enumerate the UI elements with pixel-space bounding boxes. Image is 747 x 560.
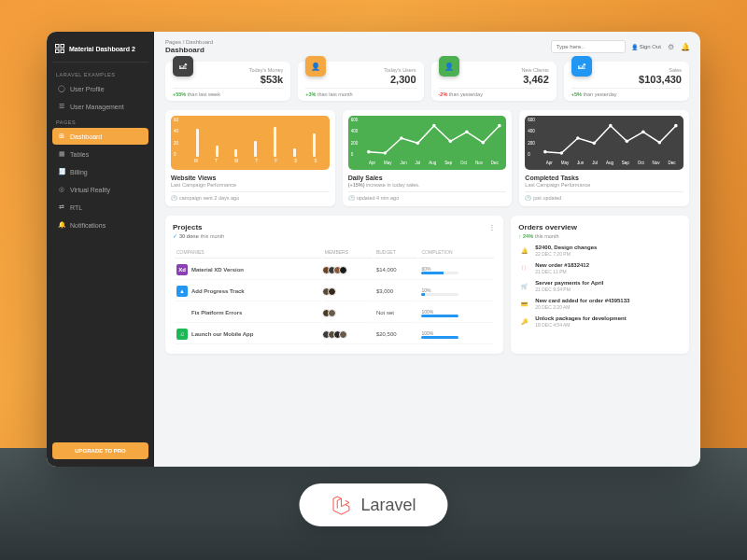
timeline-item: 🔑 Unlock packages for development18 DEC … [518,315,682,328]
search-input[interactable] [551,40,626,53]
stat-card: 🛋 Sales $103,430 +5% than yesterday [564,62,689,101]
clock-icon: 🕐 [348,195,355,201]
table-row[interactable]: ▲Add Progress Track $3,000 10% [175,282,494,301]
bell-icon[interactable]: 🔔 [681,43,689,51]
table-header: BUDGET [374,246,418,259]
company-icon: Xd [176,264,188,275]
bell-icon: 🔔 [518,245,529,256]
timeline-date: 22 DEC 7:20 PM [535,251,597,257]
chart-subtitle: (+15%) increase in today sales. [348,182,507,188]
menu-dots-icon[interactable]: ⋮ [488,223,496,231]
orders-subtitle: ↑ 24% this month [518,233,682,239]
project-name: Fix Platform Errors [191,310,242,315]
budget-value: $20,500 [374,325,418,344]
brand[interactable]: Material Dashboard 2 [52,39,148,63]
svg-point-12 [498,124,501,128]
timeline-text: New card added for order #4395133 [535,298,629,303]
main-content: Pages / Dashboard Dashboard 👤Sign Out ⚙ … [154,32,700,467]
svg-point-7 [416,142,419,146]
sidebar-item-user-management[interactable]: ☰ User Management [52,98,148,115]
table-row[interactable]: ♫Launch our Mobile App $20,500 100% [175,325,494,344]
dashboard-icon: ⊞ [58,133,65,140]
chart-footer: 🕐 updated 4 min ago [348,191,507,201]
svg-point-18 [626,140,629,144]
project-name: Material XD Version [191,267,244,273]
signout-button[interactable]: 👤Sign Out [631,44,661,50]
gear-icon[interactable]: ⚙ [667,43,675,51]
sidebar-item-label: RTL [70,204,82,211]
chart-card: 6004002000 AprMayJunJulAugSepOctNovDec D… [343,110,513,206]
upgrade-button[interactable]: UPGRADE TO PRO [52,442,148,459]
sidebar-item-label: Notifications [70,222,106,229]
sidebar-item-notifications[interactable]: 🔔 Notifications [52,217,148,233]
sidebar-item-user-profile[interactable]: ◯ User Profile [52,80,148,97]
table-row[interactable]: ⊞Fix Platform Errors Not set 100% [175,303,494,323]
projects-subtitle: ✓ 30 done this month [173,233,496,239]
sidebar-item-tables[interactable]: ▦ Tables [52,146,148,162]
weekend-icon: 🛋 [173,56,193,77]
svg-point-4 [367,150,371,154]
list-icon: ☰ [58,103,65,110]
stat-footer: +55% than last week [173,88,283,97]
chart-subtitle: Last Campaign Performance [525,182,684,188]
progress-bar [421,272,458,274]
chart-title: Completed Tasks [525,175,684,181]
card-icon: 💳 [518,298,529,309]
timeline-text: Server payments for April [535,280,603,286]
cart-icon: 🛒 [518,280,529,291]
svg-point-20 [658,141,662,145]
chart-subtitle: Last Campaign Performance [171,182,330,188]
svg-point-8 [432,124,436,128]
sidebar-item-label: User Management [70,104,124,110]
sidebar-item-rtl[interactable]: ⇄ RTL [52,199,148,216]
sidebar-item-label: Virtual Reality [70,187,110,193]
timeline-date: 20 DEC 2:20 AM [535,304,629,310]
projects-card: ⋮ Projects ✓ 30 done this month COMPANIE… [165,216,503,354]
sidebar: Material Dashboard 2 LARAVEL EXAMPLES ◯ … [47,32,154,467]
svg-point-11 [481,141,485,145]
sidebar-item-label: Tables [70,151,89,158]
progress-bar [421,336,458,339]
laravel-pill: Laravel [299,483,447,526]
table-row[interactable]: XdMaterial XD Version $14,000 60% [175,260,494,280]
chart-title: Website Views [171,175,330,181]
table-icon: ▦ [58,150,65,158]
budget-value: Not set [374,303,418,323]
breadcrumb: Pages / Dashboard Dashboard [165,39,213,54]
chart-card: 6040200 MTWTFSS Website Views Last Campa… [165,110,335,206]
key-icon: 🔑 [518,315,529,327]
svg-point-16 [593,142,597,146]
timeline-text: Unlock packages for development [535,315,626,321]
company-icon: ♫ [176,329,188,340]
svg-rect-0 [56,45,60,49]
sidebar-item-label: User Profile [70,86,105,92]
svg-point-19 [641,131,645,134]
sidebar-item-dashboard[interactable]: ⊞ Dashboard [52,128,148,145]
members-avatars [325,266,371,274]
progress-bar [421,315,458,317]
projects-table: COMPANIESMEMBERSBUDGETCOMPLETION XdMater… [173,245,496,346]
stat-footer: +3% than last month [305,88,416,97]
timeline-text: $2400, Design changes [535,245,597,250]
chart-card: 6004002000 AprMayJunJulAugSepOctNovDec C… [519,110,689,206]
vr-icon: ◎ [58,186,65,193]
stat-footer: -2% than yesterday [439,88,549,97]
chart-title: Daily Sales [348,175,507,181]
table-header: COMPLETION [419,246,494,259]
svg-point-21 [674,124,678,128]
sidebar-item-virtual-reality[interactable]: ◎ Virtual Reality [52,181,148,198]
brand-logo-icon [54,43,65,54]
members-avatars [325,287,371,296]
progress-bar [421,293,458,296]
company-icon: ⊞ [176,307,188,318]
user-icon: ◯ [58,85,65,92]
svg-point-10 [465,131,469,134]
timeline-date: 18 DEC 4:54 AM [535,322,626,328]
budget-value: $14,000 [374,260,418,280]
receipt-icon: 🧾 [58,168,65,175]
timeline-item: 〈〉 New order #183241221 DEC 11 PM [518,262,682,274]
company-icon: ▲ [176,286,188,297]
svg-point-14 [560,151,564,155]
sidebar-item-billing[interactable]: 🧾 Billing [52,163,148,180]
svg-point-13 [543,150,547,154]
